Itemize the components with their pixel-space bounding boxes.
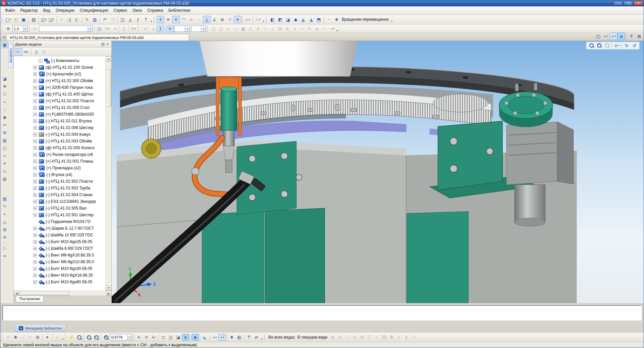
tree-item[interactable]: (+) НТЦ 41.02.002 Пласти: [14, 98, 106, 104]
zoom-scale-combo[interactable]: 0.5776▾: [110, 334, 132, 340]
tree-item[interactable]: (ф) НТЦ 41.02.400 Щётко: [14, 91, 106, 98]
new-document-button[interactable]: ▢▾: [4, 16, 12, 23]
model-gold-gear[interactable]: [142, 139, 161, 158]
tolerance-frame-button[interactable]: ⋔: [284, 25, 291, 32]
expand-icon[interactable]: [33, 99, 37, 103]
rebuild-model-button[interactable]: ₸: [245, 334, 253, 341]
print-button[interactable]: ▤: [30, 16, 38, 23]
properties-side-tab[interactable]: Свойства: [8, 44, 13, 68]
state-combo[interactable]: ▾: [39, 25, 93, 32]
tree-item[interactable]: (-) НТЦ 41.02.504 Стакан: [14, 191, 106, 198]
close-document-button[interactable]: ⊠: [635, 33, 643, 40]
tree-item[interactable]: (-) Винт М6-6gХ10.88.35.0: [14, 258, 106, 265]
ortho-button[interactable]: ⊿: [149, 25, 157, 32]
shaded-view-button[interactable]: ◼: [618, 33, 625, 40]
tree-item[interactable]: (-) НТЦ 41.02.503 Труба: [14, 185, 106, 191]
cut-button[interactable]: ✂: [58, 16, 65, 23]
left-panel-target-button[interactable]: ⌖: [1, 211, 8, 218]
section-button[interactable]: ≋: [351, 334, 358, 341]
tree-item[interactable]: (-) НТЦ 41.02.004 Кожух: [14, 131, 106, 138]
ovf-element[interactable]: ▾: [390, 16, 394, 23]
left-panel-angle-button[interactable]: ◬: [1, 219, 8, 225]
layers-button[interactable]: ✛: [166, 25, 174, 32]
zoom-previous-button[interactable]: ↶: [595, 42, 603, 49]
expand-icon[interactable]: [33, 180, 37, 183]
tree-item[interactable]: (-) Болт М10-6gх25.56.05: [14, 238, 106, 245]
tree-item[interactable]: (+) FL86STH65-2808AG50: [14, 111, 106, 118]
parallel-mode-button[interactable]: ∥: [120, 25, 127, 32]
menu-item[interactable]: Редактор: [18, 7, 41, 14]
annotation-view-button[interactable]: ▦: [239, 25, 247, 32]
orientation-globe-button[interactable]: ❖: [228, 334, 235, 341]
model-top-cylinder[interactable]: [199, 41, 358, 76]
scroll-up-icon[interactable]: ▲: [106, 56, 111, 62]
expand-icon[interactable]: [33, 126, 37, 130]
expand-icon[interactable]: [33, 200, 37, 204]
expand-icon[interactable]: [33, 166, 37, 170]
tree-item[interactable]: (-) Болт М10-6gх30.56.05: [14, 265, 106, 272]
measure-line-button[interactable]: ∠: [247, 25, 254, 32]
view-back-button[interactable]: ◩: [276, 16, 284, 23]
tree-root-row[interactable]: (-) Компоненты: [14, 57, 106, 64]
left-panel-curves-button[interactable]: ≈: [1, 99, 8, 105]
document-manager-button[interactable]: ◬: [126, 16, 134, 23]
end-button[interactable]: ⊣: [410, 334, 417, 341]
view-front-button[interactable]: ◧: [269, 16, 276, 23]
snap-align-button[interactable]: ∠: [211, 16, 218, 23]
tree-structure-button[interactable]: ⊢: [15, 48, 22, 56]
expand-icon[interactable]: [33, 186, 37, 190]
menu-item[interactable]: Файл: [2, 7, 18, 14]
expand-icon[interactable]: [33, 86, 37, 90]
ovf-element[interactable]: ▾: [150, 16, 153, 23]
tab-construction[interactable]: Построение: [16, 296, 44, 302]
redo-button[interactable]: ↷: [109, 16, 116, 23]
pattern-table-button[interactable]: ⊞: [34, 334, 41, 341]
layer-combo[interactable]: ▾: [174, 25, 190, 32]
zoom-auto-button[interactable]: ⚡: [68, 334, 75, 341]
expand-icon[interactable]: [33, 207, 37, 210]
expand-icon[interactable]: [33, 146, 37, 150]
vm-button[interactable]: ∿: [395, 334, 402, 341]
left-panel-cut-button[interactable]: ✂: [1, 122, 8, 128]
left-panel-body-button[interactable]: ◉: [1, 114, 8, 121]
tree-item[interactable]: (-) ES3-11CG6941 Энкодер: [14, 198, 106, 205]
ovf-element[interactable]: ▾: [262, 16, 265, 23]
model-pinion-gear[interactable]: [433, 94, 488, 112]
expand-icon[interactable]: [33, 240, 37, 244]
assoc-view-button[interactable]: ⧉: [329, 334, 336, 341]
pattern-points-button[interactable]: ∵: [26, 334, 34, 341]
grid-button[interactable]: ⊞▾: [130, 25, 137, 32]
library-folder-button[interactable]: ◰: [1, 245, 8, 251]
menu-item[interactable]: Операции: [53, 7, 77, 14]
menu-item[interactable]: Окно: [130, 7, 145, 14]
scroll-left-icon[interactable]: ◀: [14, 291, 19, 296]
branch-button[interactable]: ⊸▾: [328, 25, 335, 32]
pattern-curve-button[interactable]: ⋰: [19, 334, 26, 341]
copy-button[interactable]: ◨: [65, 16, 73, 23]
tree-item[interactable]: (ф) НТЦ 41.02.100 Основ: [14, 64, 106, 71]
expand-icon[interactable]: [33, 193, 37, 197]
property-panel[interactable]: [2, 305, 642, 321]
snap-midpoint-button[interactable]: ✜: [226, 16, 234, 23]
menu-item[interactable]: Справка: [145, 7, 166, 14]
collections-button[interactable]: ☺: [53, 334, 61, 341]
paste-button[interactable]: ◧: [73, 16, 81, 23]
tree-item[interactable]: (-) Винт М10-6gХ16.88.35: [14, 272, 106, 279]
orientation-cube-button[interactable]: ◰: [594, 33, 602, 40]
panel-grid-button[interactable]: ▦: [1, 42, 8, 48]
zoom-area-button[interactable]: ▭: [102, 334, 109, 341]
diameter-button[interactable]: φ: [313, 25, 321, 32]
simplify-button[interactable]: ⌁▾: [211, 334, 218, 341]
view-isometric-button[interactable]: ⬒: [315, 16, 323, 23]
left-panel-sketch-button[interactable]: ▤: [1, 137, 8, 144]
zoom-out-button[interactable]: –: [85, 334, 92, 341]
tree-item[interactable]: (+) Шарик Б 12,7-60 ГОСТ: [14, 225, 106, 232]
ovf-element[interactable]: ▾: [61, 334, 64, 341]
round-off-button[interactable]: ↥: [157, 25, 164, 32]
rotate-view-y-button[interactable]: ↺: [631, 42, 638, 49]
pan-button[interactable]: ✛: [135, 334, 143, 341]
tree-item[interactable]: (-) НТЦ 41.02.003 Обойм: [14, 138, 106, 144]
view-top-button[interactable]: ◪: [284, 16, 292, 23]
snap-point-button[interactable]: ✛: [157, 16, 164, 23]
tree-item[interactable]: (+) Ролик сепаратора (х8: [14, 151, 106, 158]
